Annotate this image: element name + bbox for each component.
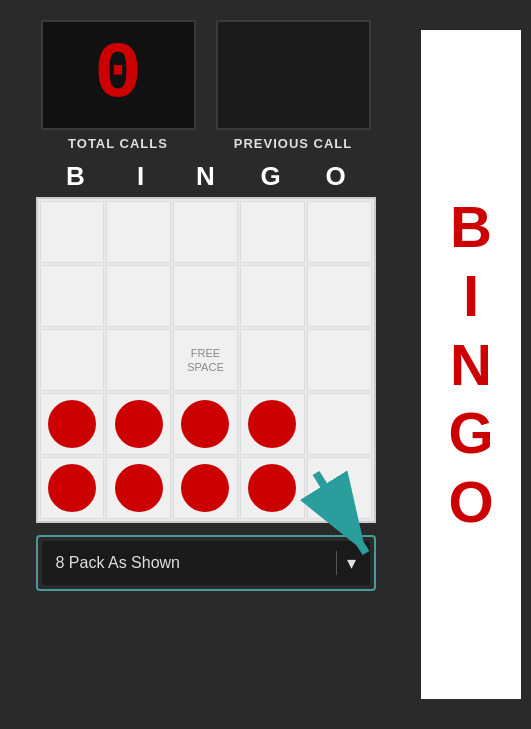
side-letter-o: O	[448, 470, 493, 534]
side-letter-i: I	[463, 264, 479, 328]
counters-row: 0 TOTAL CALLS PREVIOUS CALL	[20, 20, 391, 151]
grid-cell-r1c2	[106, 201, 171, 263]
pack-dropdown-label: 8 Pack As Shown	[56, 554, 326, 572]
grid-cell-r2c2	[106, 265, 171, 327]
header-letter-i: I	[111, 161, 171, 192]
grid-cell-r3c5	[307, 329, 372, 391]
side-letter-b: B	[450, 195, 492, 259]
grid-cell-free-space: FREESPACE	[173, 329, 238, 391]
grid-cell-r4c2	[106, 393, 171, 455]
side-letter-g: G	[448, 401, 493, 465]
grid-cell-r2c4	[240, 265, 305, 327]
previous-call-display	[216, 20, 371, 130]
total-calls-display: 0	[41, 20, 196, 130]
chip-r4c3	[181, 400, 229, 448]
grid-cell-r5c1	[40, 457, 105, 519]
grid-cell-r3c2	[106, 329, 171, 391]
free-space-label: FREESPACE	[187, 346, 223, 375]
chip-r4c4	[248, 400, 296, 448]
grid-cell-r3c4	[240, 329, 305, 391]
grid-cell-r2c3	[173, 265, 238, 327]
chip-r4c1	[48, 400, 96, 448]
main-layout: 0 TOTAL CALLS PREVIOUS CALL B I N G O	[0, 0, 531, 729]
header-letter-n: N	[176, 161, 236, 192]
grid-cell-r1c3	[173, 201, 238, 263]
bingo-side-panel: B I N G O	[421, 30, 521, 699]
total-calls-box: 0 TOTAL CALLS	[41, 20, 196, 151]
grid-cell-r4c3	[173, 393, 238, 455]
grid-cell-r4c5	[307, 393, 372, 455]
arrow-icon	[296, 463, 386, 573]
side-letter-n: N	[450, 333, 492, 397]
total-calls-label: TOTAL CALLS	[68, 136, 168, 151]
grid-cell-r4c1	[40, 393, 105, 455]
chip-r5c2	[115, 464, 163, 512]
header-letter-b: B	[46, 161, 106, 192]
grid-cell-r3c1	[40, 329, 105, 391]
svg-line-1	[316, 473, 366, 553]
previous-call-label: PREVIOUS CALL	[234, 136, 352, 151]
grid-cell-r1c4	[240, 201, 305, 263]
chip-r5c1	[48, 464, 96, 512]
previous-call-box: PREVIOUS CALL	[216, 20, 371, 151]
bingo-header-row: B I N G O	[36, 161, 376, 192]
grid-cell-r5c2	[106, 457, 171, 519]
header-letter-o: O	[306, 161, 366, 192]
grid-cell-r1c5	[307, 201, 372, 263]
grid-cell-r2c5	[307, 265, 372, 327]
grid-cell-r4c4	[240, 393, 305, 455]
grid-cell-r5c3	[173, 457, 238, 519]
left-panel: 0 TOTAL CALLS PREVIOUS CALL B I N G O	[0, 0, 411, 729]
chip-r5c3	[181, 464, 229, 512]
header-letter-g: G	[241, 161, 301, 192]
chip-r5c4	[248, 464, 296, 512]
chip-r4c2	[115, 400, 163, 448]
grid-cell-r1c1	[40, 201, 105, 263]
total-calls-value: 0	[94, 35, 142, 115]
grid-cell-r2c1	[40, 265, 105, 327]
